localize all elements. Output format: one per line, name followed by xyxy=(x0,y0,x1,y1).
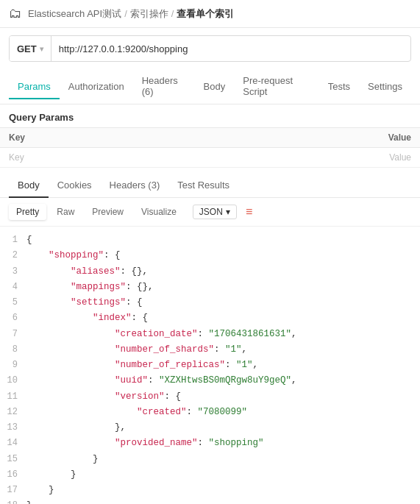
breadcrumb-current: 查看单个索引 xyxy=(177,7,234,21)
format-pretty-button[interactable]: Pretty xyxy=(9,204,46,220)
line-content: "creation_date": "1706431861631", xyxy=(26,327,417,342)
tab-headers[interactable]: Headers (6) xyxy=(133,69,195,104)
line-number: 8 xyxy=(3,342,26,357)
line-content: } xyxy=(26,483,417,498)
json-line: 2 "shopping": { xyxy=(0,248,420,263)
format-raw-button[interactable]: Raw xyxy=(49,204,82,220)
line-content: } xyxy=(26,452,417,467)
col-value: Value xyxy=(191,128,420,148)
line-content: { xyxy=(26,233,417,248)
json-line: 16 } xyxy=(0,467,420,483)
response-tabs: Body Cookies Headers (3) Test Results xyxy=(0,174,420,198)
json-line: 6 "index": { xyxy=(0,310,420,326)
breadcrumb-part2: 索引操作 xyxy=(130,7,168,21)
line-content: } xyxy=(26,467,417,483)
json-line: 7 "creation_date": "1706431861631", xyxy=(0,327,420,342)
line-number: 9 xyxy=(3,358,26,372)
line-content: "version": { xyxy=(26,389,417,405)
line-number: 6 xyxy=(3,310,26,325)
breadcrumb: Elasticsearch API测试 / 索引操作 / 查看单个索引 xyxy=(28,7,234,21)
chevron-down-icon: ▾ xyxy=(226,207,230,217)
tab-authorization[interactable]: Authorization xyxy=(60,75,133,99)
json-output: 1{2 "shopping": {3 "aliases": {},4 "mapp… xyxy=(0,227,420,504)
line-content: "uuid": "XZXHtwsBS0mQRgw8uY9geQ", xyxy=(26,373,417,388)
line-number: 5 xyxy=(3,295,26,310)
line-content: "aliases": {}, xyxy=(26,264,417,280)
response-tab-test-results[interactable]: Test Results xyxy=(168,174,238,198)
line-content: "settings": { xyxy=(26,295,417,310)
format-preview-button[interactable]: Preview xyxy=(85,204,131,220)
line-number: 12 xyxy=(3,405,26,419)
format-visualize-button[interactable]: Visualize xyxy=(134,204,184,220)
json-line: 14 "provided_name": "shopping" xyxy=(0,436,420,451)
param-value-input[interactable]: Value xyxy=(191,148,420,168)
line-number: 1 xyxy=(3,233,26,247)
response-tab-headers[interactable]: Headers (3) xyxy=(101,174,169,198)
json-line: 18} xyxy=(0,498,420,504)
request-tabs: Params Authorization Headers (6) Body Pr… xyxy=(0,69,420,104)
line-content: "mappings": {}, xyxy=(26,280,417,295)
app-header: 🗂 Elasticsearch API测试 / 索引操作 / 查看单个索引 xyxy=(0,0,420,28)
line-content: "created": "7080099" xyxy=(26,405,417,420)
col-key: Key xyxy=(0,128,191,148)
tab-pre-request-script[interactable]: Pre-request Script xyxy=(234,69,318,104)
line-number: 16 xyxy=(3,467,26,482)
json-line: 11 "version": { xyxy=(0,389,420,405)
chevron-down-icon: ▾ xyxy=(40,45,43,53)
line-number: 11 xyxy=(3,389,26,404)
sort-icon[interactable]: ≡ xyxy=(246,205,252,219)
params-row-empty: Key Value xyxy=(0,148,420,168)
app-icon: 🗂 xyxy=(9,6,22,21)
url-input[interactable] xyxy=(51,43,410,54)
json-line: 17 } xyxy=(0,483,420,498)
line-number: 7 xyxy=(3,327,26,341)
line-number: 4 xyxy=(3,280,26,294)
json-line: 9 "number_of_replicas": "1", xyxy=(0,358,420,373)
breadcrumb-sep2: / xyxy=(171,8,174,19)
line-number: 13 xyxy=(3,420,26,435)
line-content: } xyxy=(26,498,417,504)
json-line: 12 "created": "7080099" xyxy=(0,405,420,420)
response-tab-body[interactable]: Body xyxy=(9,174,49,198)
line-number: 2 xyxy=(3,248,26,263)
line-content: "number_of_shards": "1", xyxy=(26,342,417,358)
line-content: "shopping": { xyxy=(26,248,417,263)
json-line: 10 "uuid": "XZXHtwsBS0mQRgw8uY9geQ", xyxy=(0,373,420,388)
line-number: 17 xyxy=(3,483,26,497)
line-content: "index": { xyxy=(26,310,417,326)
line-number: 14 xyxy=(3,436,26,450)
line-number: 3 xyxy=(3,264,26,279)
line-number: 10 xyxy=(3,373,26,388)
query-params-label: Query Params xyxy=(0,104,420,127)
format-bar: Pretty Raw Preview Visualize JSON ▾ ≡ xyxy=(0,198,420,227)
json-line: 4 "mappings": {}, xyxy=(0,280,420,295)
method-dropdown[interactable]: GET ▾ xyxy=(10,36,51,61)
tab-params[interactable]: Params xyxy=(9,75,60,99)
tab-settings[interactable]: Settings xyxy=(359,75,411,99)
format-select-dropdown[interactable]: JSON ▾ xyxy=(193,205,237,219)
params-table: Key Value Key Value xyxy=(0,127,420,168)
format-select-label: JSON xyxy=(199,207,223,217)
breadcrumb-part1: Elasticsearch API测试 xyxy=(28,7,121,21)
line-number: 15 xyxy=(3,452,26,466)
method-label: GET xyxy=(17,43,37,54)
param-key-input[interactable]: Key xyxy=(0,148,191,168)
json-line: 1{ xyxy=(0,233,420,248)
line-number: 18 xyxy=(3,498,26,504)
url-bar: GET ▾ xyxy=(9,35,411,62)
breadcrumb-sep1: / xyxy=(124,8,127,19)
response-tab-cookies[interactable]: Cookies xyxy=(49,174,101,198)
json-line: 5 "settings": { xyxy=(0,295,420,310)
line-content: "number_of_replicas": "1", xyxy=(26,358,417,373)
tab-body[interactable]: Body xyxy=(195,75,235,99)
json-line: 13 }, xyxy=(0,420,420,436)
json-line: 8 "number_of_shards": "1", xyxy=(0,342,420,358)
json-line: 15 } xyxy=(0,452,420,467)
json-line: 3 "aliases": {}, xyxy=(0,264,420,280)
line-content: "provided_name": "shopping" xyxy=(26,436,417,451)
tab-tests[interactable]: Tests xyxy=(319,75,359,99)
line-content: }, xyxy=(26,420,417,436)
